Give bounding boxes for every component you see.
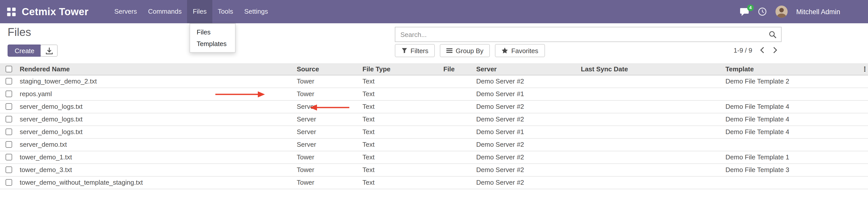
cell-rendered-name: staging_tower_demo_2.txt	[18, 75, 295, 88]
cell-server: Demo Server #2	[474, 176, 579, 189]
row-checkbox[interactable]	[6, 154, 12, 160]
select-all-cell	[0, 63, 18, 75]
group-by-button[interactable]: Group By	[440, 44, 490, 57]
cell-checkbox	[0, 151, 18, 163]
select-all-checkbox[interactable]	[6, 66, 12, 72]
top-navbar: Cetmix Tower Servers Commands Files Tool…	[0, 0, 868, 23]
download-icon	[45, 47, 53, 54]
table-row[interactable]: staging_tower_demo_2.txt Tower Text Demo…	[0, 75, 868, 88]
col-header-rendered-name[interactable]: Rendered Name	[18, 63, 295, 75]
cell-spacer	[859, 151, 868, 163]
table-row[interactable]: server_demo_logs.txt Server Text Demo Se…	[0, 113, 868, 125]
pager-previous-button[interactable]	[759, 46, 765, 55]
filters-button[interactable]: Filters	[395, 44, 435, 57]
chevron-right-icon	[773, 47, 777, 54]
optional-columns-toggle[interactable]: ⋮	[861, 65, 868, 73]
cell-rendered-name: server_demo_logs.txt	[18, 100, 295, 113]
activities-icon[interactable]	[758, 7, 767, 16]
cell-checkbox	[0, 100, 18, 113]
table-row[interactable]: tower_demo_3.txt Tower Text Demo Server …	[0, 163, 868, 176]
cell-source: Server	[295, 125, 361, 138]
col-header-server[interactable]: Server	[474, 63, 579, 75]
cell-file	[441, 113, 474, 125]
cell-template: Demo File Template 2	[723, 75, 859, 88]
pager: 1-9 / 9	[734, 46, 778, 55]
row-checkbox[interactable]	[6, 179, 12, 186]
favorites-button[interactable]: Favorites	[495, 44, 545, 57]
systray: 4 Mitchell Admin	[740, 6, 868, 18]
cell-template: Demo File Template 4	[723, 113, 859, 125]
favorites-label: Favorites	[512, 47, 538, 54]
col-header-template[interactable]: Template	[723, 63, 859, 75]
cell-checkbox	[0, 75, 18, 88]
main-menu: Servers Commands Files Tools Settings	[109, 0, 274, 23]
cell-last-sync	[579, 125, 723, 138]
cell-file	[441, 125, 474, 138]
cell-rendered-name: server_demo.txt	[18, 138, 295, 151]
menu-item-tools[interactable]: Tools	[212, 0, 239, 23]
cell-rendered-name: tower_demo_1.txt	[18, 151, 295, 163]
avatar[interactable]	[775, 6, 787, 18]
cell-server: Demo Server #2	[474, 100, 579, 113]
row-checkbox[interactable]	[6, 91, 12, 97]
download-button[interactable]	[40, 44, 58, 57]
cell-checkbox	[0, 176, 18, 189]
messages-icon[interactable]: 4	[740, 7, 749, 16]
dropdown-item-templates[interactable]: Templates	[190, 38, 235, 50]
cell-server: Demo Server #2	[474, 138, 579, 151]
menu-item-commands[interactable]: Commands	[143, 0, 187, 23]
group-by-label: Group By	[456, 47, 484, 54]
cell-checkbox	[0, 163, 18, 176]
menu-item-files[interactable]: Files	[187, 0, 212, 23]
col-header-source[interactable]: Source	[295, 63, 361, 75]
row-checkbox[interactable]	[6, 128, 12, 135]
cell-spacer	[859, 138, 868, 151]
cell-server: Demo Server #2	[474, 151, 579, 163]
cell-source: Tower	[295, 163, 361, 176]
row-checkbox[interactable]	[6, 78, 12, 85]
table-row[interactable]: server_demo.txt Server Text Demo Server …	[0, 138, 868, 151]
cell-last-sync	[579, 138, 723, 151]
cell-file-type: Text	[361, 163, 441, 176]
cell-template	[723, 88, 859, 100]
table-row[interactable]: repos.yaml Tower Text Demo Server #1	[0, 88, 868, 100]
star-icon	[502, 48, 508, 54]
brand-title[interactable]: Cetmix Tower	[22, 6, 89, 18]
user-menu[interactable]: Mitchell Admin	[796, 8, 840, 16]
menu-item-settings[interactable]: Settings	[239, 0, 274, 23]
pager-range: 1-9 / 9	[734, 46, 752, 54]
row-checkbox[interactable]	[6, 103, 12, 110]
search-input[interactable]	[395, 31, 769, 38]
row-checkbox[interactable]	[6, 141, 12, 148]
col-header-file-type[interactable]: File Type	[361, 63, 441, 75]
page-title: Files	[8, 26, 31, 39]
table-row[interactable]: server_demo_logs.txt Server Text Demo Se…	[0, 100, 868, 113]
row-checkbox[interactable]	[6, 116, 12, 122]
files-table: Rendered Name Source File Type File Serv…	[0, 63, 868, 189]
cell-rendered-name: tower_demo_without_template_staging.txt	[18, 176, 295, 189]
cell-checkbox	[0, 138, 18, 151]
row-checkbox[interactable]	[6, 167, 12, 173]
cell-rendered-name: repos.yaml	[18, 88, 295, 100]
table-row[interactable]: server_demo_logs.txt Server Text Demo Se…	[0, 125, 868, 138]
search-icon[interactable]	[769, 31, 781, 38]
cell-server: Demo Server #2	[474, 163, 579, 176]
optional-columns-cell: ⋮	[859, 63, 868, 75]
cell-file-type: Text	[361, 176, 441, 189]
cell-source: Server	[295, 113, 361, 125]
table-row[interactable]: tower_demo_without_template_staging.txt …	[0, 176, 868, 189]
cell-file	[441, 151, 474, 163]
menu-item-servers[interactable]: Servers	[109, 0, 143, 23]
cell-spacer	[859, 88, 868, 100]
apps-grid-icon[interactable]	[7, 7, 16, 16]
col-header-file[interactable]: File	[441, 63, 474, 75]
create-button[interactable]: Create	[8, 44, 41, 57]
dropdown-item-files[interactable]: Files	[190, 26, 235, 38]
cell-file-type: Text	[361, 113, 441, 125]
col-header-last-sync[interactable]: Last Sync Date	[579, 63, 723, 75]
funnel-icon	[401, 48, 407, 54]
table-row[interactable]: tower_demo_1.txt Tower Text Demo Server …	[0, 151, 868, 163]
cell-spacer	[859, 100, 868, 113]
cell-spacer	[859, 176, 868, 189]
pager-next-button[interactable]	[772, 46, 778, 55]
